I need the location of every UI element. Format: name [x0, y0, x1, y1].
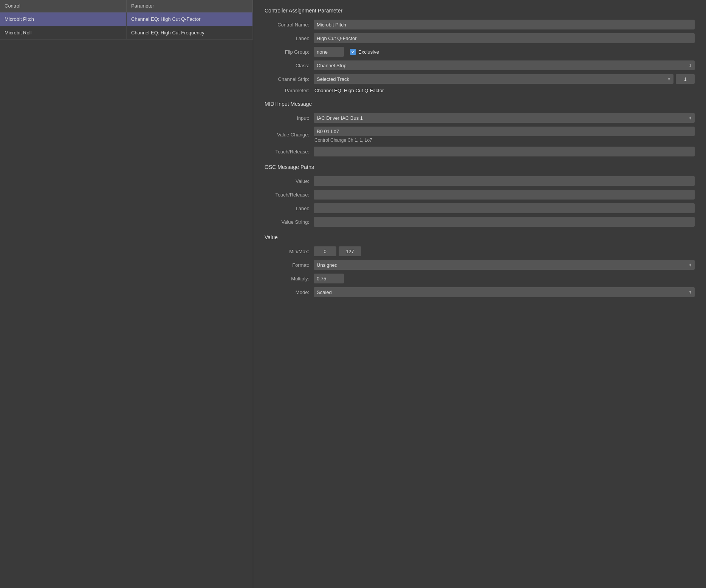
- right-panel: Controller Assignment Parameter Control …: [253, 0, 706, 588]
- parameter-cell: Channel EQ: High Cut Frequency: [127, 26, 253, 39]
- table-row[interactable]: Microbit Roll Channel EQ: High Cut Frequ…: [0, 26, 253, 40]
- control-name-group: Control Name:: [265, 20, 695, 29]
- channel-strip-select-wrapper: Selected Track ⬍: [314, 74, 673, 84]
- table-header: Control Parameter: [0, 0, 253, 12]
- left-panel: Control Parameter Microbit Pitch Channel…: [0, 0, 253, 588]
- osc-value-string-group: Value String:: [265, 217, 695, 227]
- class-select-wrapper: Channel Strip ⬍: [314, 60, 695, 70]
- format-select-wrapper: Unsigned ⬍: [314, 260, 695, 270]
- class-label: Class:: [265, 63, 314, 68]
- flip-group-group: Flip Group: Exclusive: [265, 47, 695, 57]
- label-field-label: Label:: [265, 36, 314, 41]
- parameter-value: Channel EQ: High Cut Q-Factor: [314, 88, 384, 93]
- channel-strip-label: Channel Strip:: [265, 76, 314, 82]
- min-max-label: Min/Max:: [265, 249, 314, 254]
- label-input[interactable]: [314, 33, 695, 43]
- osc-touch-input[interactable]: [314, 190, 695, 200]
- osc-value-string-label: Value String:: [265, 219, 314, 225]
- control-name-label: Control Name:: [265, 22, 314, 28]
- multiply-group: Multiply:: [265, 274, 695, 283]
- mode-select[interactable]: Scaled: [314, 287, 695, 297]
- table-row[interactable]: Microbit Pitch Channel EQ: High Cut Q-Fa…: [0, 12, 253, 26]
- exclusive-checkbox[interactable]: [350, 49, 356, 55]
- osc-label-field-label: Label:: [265, 206, 314, 211]
- format-label: Format:: [265, 262, 314, 268]
- channel-strip-row: Selected Track ⬍: [314, 74, 695, 84]
- min-max-row: [314, 246, 695, 256]
- parameter-cell: Channel EQ: High Cut Q-Factor: [127, 12, 253, 26]
- parameter-label: Parameter:: [265, 88, 314, 93]
- format-select[interactable]: Unsigned: [314, 260, 695, 270]
- mode-label: Mode:: [265, 289, 314, 295]
- value-change-label: Value Change:: [265, 132, 314, 138]
- min-max-group: Min/Max:: [265, 246, 695, 256]
- class-select[interactable]: Channel Strip: [314, 60, 695, 70]
- value-change-input[interactable]: [314, 127, 695, 136]
- control-name-input[interactable]: [314, 20, 695, 29]
- osc-touch-group: Touch/Release:: [265, 190, 695, 200]
- osc-label-input[interactable]: [314, 203, 695, 213]
- osc-value-group: Value:: [265, 176, 695, 186]
- osc-section-title: OSC Message Paths: [265, 164, 695, 170]
- value-change-desc: Control Change Ch 1, 1, Lo7: [314, 138, 695, 143]
- format-group: Format: Unsigned ⬍: [265, 260, 695, 270]
- class-group: Class: Channel Strip ⬍: [265, 60, 695, 70]
- min-input[interactable]: [314, 246, 336, 256]
- exclusive-checkbox-wrapper[interactable]: Exclusive: [350, 49, 379, 55]
- midi-input-select[interactable]: IAC Driver IAC Bus 1: [314, 113, 695, 123]
- exclusive-label: Exclusive: [358, 49, 379, 55]
- midi-section-title: MIDI Input Message: [265, 101, 695, 107]
- osc-value-label: Value:: [265, 178, 314, 184]
- multiply-input[interactable]: [314, 274, 344, 283]
- control-cell: Microbit Pitch: [0, 12, 127, 26]
- osc-value-input[interactable]: [314, 176, 695, 186]
- channel-strip-group: Channel Strip: Selected Track ⬍: [265, 74, 695, 84]
- midi-input-select-wrapper: IAC Driver IAC Bus 1 ⬍: [314, 113, 695, 123]
- controller-assignment-title: Controller Assignment Parameter: [265, 8, 695, 14]
- control-cell: Microbit Roll: [0, 26, 127, 39]
- flip-group-input[interactable]: [314, 47, 344, 57]
- touch-release-group: Touch/Release:: [265, 147, 695, 156]
- mode-group: Mode: Scaled ⬍: [265, 287, 695, 297]
- max-input[interactable]: [339, 246, 361, 256]
- label-group: Label:: [265, 33, 695, 43]
- osc-touch-label: Touch/Release:: [265, 192, 314, 198]
- parameter-column-header: Parameter: [127, 0, 253, 12]
- value-section-title: Value: [265, 234, 695, 240]
- value-change-group: Value Change: Control Change Ch 1, 1, Lo…: [265, 127, 695, 143]
- channel-strip-number-input[interactable]: [676, 74, 695, 84]
- osc-value-string-input[interactable]: [314, 217, 695, 227]
- osc-label-group: Label:: [265, 203, 695, 213]
- multiply-label: Multiply:: [265, 276, 314, 282]
- parameter-group: Parameter: Channel EQ: High Cut Q-Factor: [265, 88, 695, 93]
- flip-group-label: Flip Group:: [265, 49, 314, 55]
- touch-release-label: Touch/Release:: [265, 149, 314, 155]
- control-column-header: Control: [0, 0, 127, 12]
- touch-release-input[interactable]: [314, 147, 695, 156]
- channel-strip-select[interactable]: Selected Track: [314, 74, 673, 84]
- midi-input-group: Input: IAC Driver IAC Bus 1 ⬍: [265, 113, 695, 123]
- midi-input-label: Input:: [265, 115, 314, 121]
- mode-select-wrapper: Scaled ⬍: [314, 287, 695, 297]
